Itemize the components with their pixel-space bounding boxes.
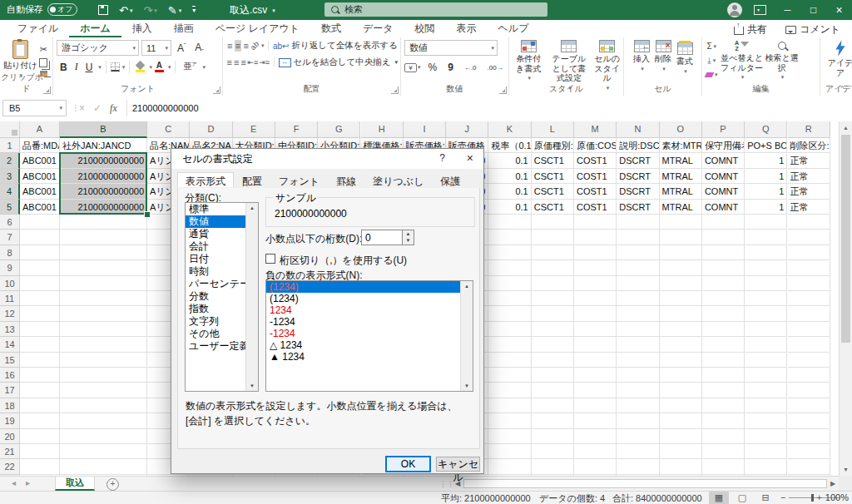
cell-B19[interactable] (60, 413, 147, 428)
row-header-5[interactable]: 5 (0, 200, 20, 215)
cell-B7[interactable] (60, 230, 147, 245)
row-header-13[interactable]: 13 (0, 322, 20, 337)
cell-O19[interactable] (660, 413, 702, 428)
cell-R13[interactable] (788, 322, 830, 337)
accounting-format-button[interactable]: ¥ (404, 63, 417, 72)
delete-cells-button[interactable]: 削除 ▾ (655, 40, 671, 72)
dialog-tab-2[interactable]: フォント (270, 172, 328, 187)
zoom-out-button[interactable]: − (780, 492, 785, 502)
cell-K7[interactable] (488, 230, 531, 245)
cell-Q14[interactable] (745, 337, 787, 352)
column-header-B[interactable]: B (60, 121, 147, 138)
ribbon-tab-0[interactable]: ファイル (7, 19, 69, 38)
cell-M8[interactable] (574, 245, 617, 260)
column-header-J[interactable]: J (446, 121, 488, 138)
cell-L3[interactable]: CSCT1 (532, 169, 574, 184)
cell-O21[interactable] (660, 444, 702, 459)
cell-B6[interactable] (60, 215, 147, 230)
copy-button[interactable] (39, 58, 47, 67)
negative-format-item-4[interactable]: -1234 (266, 328, 473, 339)
sheet-nav-arrows[interactable]: ◂▸ (12, 478, 40, 487)
scroll-down-icon[interactable]: ▼ (840, 463, 852, 476)
column-header-P[interactable]: P (702, 121, 745, 138)
increase-indent-button[interactable]: ⇥≡ (259, 57, 270, 68)
save-button[interactable] (98, 5, 108, 15)
page-break-view-button[interactable]: ⊟ (755, 492, 775, 504)
cell-P7[interactable] (702, 230, 745, 245)
cell-L18[interactable] (532, 398, 574, 413)
cell-M7[interactable] (574, 230, 617, 245)
cell-M16[interactable] (574, 368, 617, 383)
cell-A12[interactable] (20, 306, 60, 321)
cell-R7[interactable] (788, 230, 830, 245)
cell-A9[interactable] (20, 260, 60, 275)
cell-B18[interactable] (60, 398, 147, 413)
ribbon-tab-5[interactable]: 数式 (310, 19, 352, 38)
cell-P10[interactable] (702, 276, 745, 291)
column-header-A[interactable]: A (20, 121, 60, 138)
dialog-close-icon[interactable]: × (467, 151, 473, 165)
clipboard-dialog-launcher-icon[interactable] (43, 86, 51, 94)
cell-O18[interactable] (660, 398, 702, 413)
column-header-H[interactable]: H (361, 121, 404, 138)
cell-N3[interactable]: DSCRT (617, 169, 659, 184)
decrease-decimal-button[interactable]: .00→ (484, 63, 507, 72)
autosum-button[interactable]: Σ▾ (706, 40, 718, 52)
cell-K15[interactable] (488, 353, 531, 368)
name-box[interactable]: B5▾ (2, 100, 67, 116)
scroll-up-icon[interactable]: ▲ (246, 205, 258, 210)
zoom-in-button[interactable]: + (817, 492, 822, 502)
align-right-button[interactable]: ≡ (240, 57, 246, 68)
cell-O14[interactable] (660, 337, 702, 352)
cell-R20[interactable] (788, 429, 830, 444)
row-header-18[interactable]: 18 (0, 398, 20, 413)
cell-K1[interactable]: 税率（0.1 (488, 138, 531, 153)
cell-A14[interactable] (20, 337, 60, 352)
cell-A8[interactable] (20, 245, 60, 260)
cell-R2[interactable]: 正常 (788, 153, 830, 168)
clear-button[interactable]: ▾ (706, 68, 718, 81)
spinner-up-icon[interactable]: ▲ (403, 230, 414, 237)
customize-qat-button[interactable]: ▾ (192, 6, 196, 14)
cell-B10[interactable] (60, 276, 147, 291)
dialog-tab-5[interactable]: 保護 (432, 172, 468, 187)
cell-M6[interactable] (574, 215, 617, 230)
cell-N4[interactable]: DSCRT (617, 184, 659, 199)
fill-handle[interactable] (144, 211, 151, 218)
cell-P22[interactable] (702, 459, 745, 474)
cell-P16[interactable] (702, 368, 745, 383)
cell-R10[interactable] (788, 276, 830, 291)
cell-K2[interactable]: 0.1 (488, 153, 531, 168)
ok-button[interactable]: OK (386, 457, 430, 472)
cell-Q17[interactable] (745, 383, 787, 398)
merge-center-button[interactable]: ↔セルを結合して中央揃え▾ (279, 57, 399, 68)
cell-M11[interactable] (574, 291, 617, 306)
cell-L15[interactable] (532, 353, 574, 368)
row-header-21[interactable]: 21 (0, 444, 20, 459)
ribbon-tab-8[interactable]: 表示 (446, 19, 488, 38)
cell-K5[interactable]: 0.1 (488, 200, 531, 215)
account-avatar[interactable] (727, 2, 742, 17)
cell-R11[interactable] (788, 291, 830, 306)
comments-button[interactable]: コメント (779, 21, 847, 38)
phonetic-guide-button[interactable]: 亜ア (180, 60, 200, 73)
minimize-button[interactable]: ─ (775, 0, 800, 20)
cell-M13[interactable] (574, 322, 617, 337)
cell-O10[interactable] (660, 276, 702, 291)
cell-M2[interactable]: COST1 (574, 153, 617, 168)
zoom-slider-thumb[interactable] (811, 494, 814, 502)
cell-N22[interactable] (617, 459, 659, 474)
cell-B20[interactable] (60, 429, 147, 444)
ribbon-tab-3[interactable]: 描画 (163, 19, 205, 38)
cell-A4[interactable]: ABC001 (20, 184, 60, 199)
cancel-button[interactable]: キャンセル (436, 457, 480, 472)
scroll-down-icon[interactable]: ▼ (461, 383, 473, 388)
cell-L17[interactable] (532, 383, 574, 398)
cell-L13[interactable] (532, 322, 574, 337)
negative-list-scrollbar[interactable]: ▲▼ (460, 281, 473, 391)
cell-A13[interactable] (20, 322, 60, 337)
formula-input[interactable]: 2100000000000 (126, 100, 849, 116)
cell-M14[interactable] (574, 337, 617, 352)
ideas-button[interactable]: アイデア (824, 40, 852, 77)
cell-R22[interactable] (788, 459, 830, 474)
